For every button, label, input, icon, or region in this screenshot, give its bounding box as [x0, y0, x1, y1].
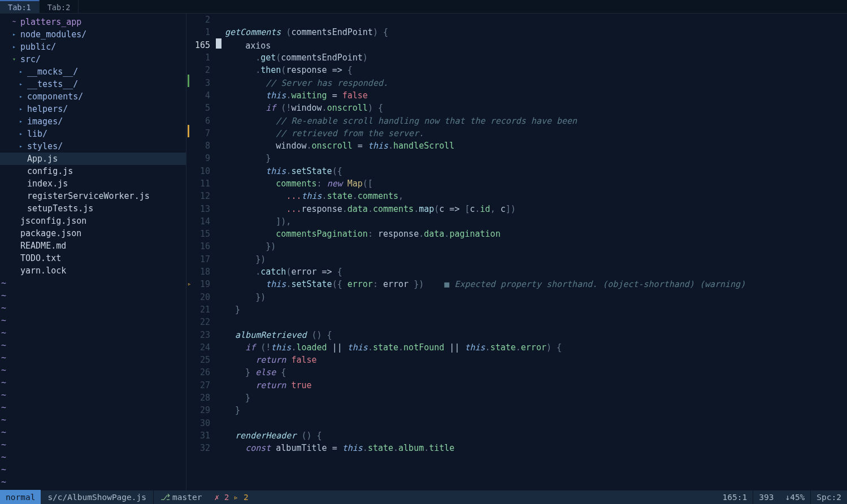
file-path: s/c/AlbumShowPage.js	[41, 491, 153, 503]
line-number: 9	[192, 152, 216, 164]
empty-line-marker: ~	[0, 426, 186, 438]
line-number: 15	[192, 228, 216, 240]
code-content: albumRetrieved () {	[216, 329, 332, 341]
tree-item-images-[interactable]: ▸images/	[0, 115, 186, 128]
code-content: const albumTitle = this.state.album.titl…	[216, 442, 454, 454]
tree-item-platters-app[interactable]: ~platters_app	[0, 16, 186, 28]
tree-item-todo-txt[interactable]: TODO.txt	[0, 252, 186, 264]
empty-line-marker: ~	[0, 401, 186, 414]
tree-label: styles/	[27, 140, 63, 153]
code-line[interactable]: 27 return true	[186, 379, 847, 392]
error-count: ✗ 2	[214, 491, 229, 503]
code-line[interactable]: 21 }	[186, 303, 847, 316]
empty-line-marker: ~	[0, 289, 186, 302]
code-line[interactable]: 22	[186, 316, 847, 328]
tab-2[interactable]: Tab:2	[40, 0, 79, 13]
code-line[interactable]: 18 .catch(error => {	[186, 266, 847, 278]
tree-label: __mocks__/	[27, 66, 78, 78]
code-line[interactable]: 11 comments: new Map([	[186, 177, 847, 190]
tree-item---mocks---[interactable]: ▸__mocks__/	[0, 66, 186, 78]
tree-item-styles-[interactable]: ▸styles/	[0, 140, 186, 153]
folder-closed-icon: ▸	[10, 41, 18, 53]
tree-label: components/	[27, 90, 83, 103]
code-line[interactable]: 5 if (!window.onscroll) {	[186, 102, 847, 114]
code-content: }	[216, 392, 250, 404]
code-line[interactable]: 26 } else {	[186, 366, 847, 379]
tree-item-components-[interactable]: ▸components/	[0, 90, 186, 103]
tree-label: __tests__/	[27, 78, 78, 90]
code-line[interactable]: 31 renderHeader () {	[186, 429, 847, 442]
code-line[interactable]: 24 if (!this.loaded || this.state.notFou…	[186, 341, 847, 354]
tree-item-public-[interactable]: ▸public/	[0, 41, 186, 53]
code-content: .then(response => {	[216, 64, 353, 76]
tree-label: setupTests.js	[27, 202, 93, 215]
branch-icon: ⎇	[160, 491, 170, 503]
code-line[interactable]: 165 axios	[186, 39, 847, 51]
code-line[interactable]: 10 this.setState({	[186, 165, 847, 177]
tree-item-index-js[interactable]: index.js	[0, 177, 186, 190]
line-number: 6	[192, 115, 216, 127]
code-line[interactable]: 29 }	[186, 404, 847, 416]
code-line[interactable]: 30	[186, 417, 847, 429]
tree-item---tests---[interactable]: ▸__tests__/	[0, 78, 186, 90]
tab-bar: Tab:1 Tab:2	[0, 0, 847, 14]
code-content: .get(commentsEndPoint)	[216, 51, 368, 64]
tree-item-node-modules-[interactable]: ▸node_modules/	[0, 28, 186, 41]
tree-item-registerserviceworker-js[interactable]: registerServiceWorker.js	[0, 190, 186, 202]
folder-closed-icon: ▸	[10, 28, 18, 41]
code-line[interactable]: 17 })	[186, 253, 847, 266]
mode-indicator: normal	[0, 490, 41, 504]
scroll-percent: ↓45%	[779, 491, 810, 503]
code-line[interactable]: 13 ...response.data.comments.map(c => [c…	[186, 202, 847, 215]
tree-item-src-[interactable]: ▾src/	[0, 53, 186, 66]
empty-line-marker: ~	[0, 327, 186, 339]
editor[interactable]: 21getComments (commentsEndPoint) {165 ax…	[186, 14, 847, 490]
code-line[interactable]: 20 })	[186, 291, 847, 303]
code-line[interactable]: 15 commentsPagination: response.data.pag…	[186, 228, 847, 240]
code-line[interactable]: 2	[186, 14, 847, 26]
tree-item-lib-[interactable]: ▸lib/	[0, 128, 186, 140]
tree-item-app-js[interactable]: App.js	[0, 153, 186, 165]
tree-item-yarn-lock[interactable]: yarn.lock	[0, 264, 186, 277]
tree-item-readme-md[interactable]: README.md	[0, 240, 186, 252]
tab-1[interactable]: Tab:1	[0, 0, 40, 13]
line-number: 16	[192, 240, 216, 253]
code-line[interactable]: 3 // Server has responded.	[186, 76, 847, 89]
tree-item-jsconfig-json[interactable]: jsconfig.json	[0, 215, 186, 227]
tree-item-helpers-[interactable]: ▸helpers/	[0, 103, 186, 115]
code-line[interactable]: ▹19 this.setState({ error: error }) ■ Ex…	[186, 278, 847, 290]
code-line[interactable]: 7 // retrieved from the server.	[186, 127, 847, 140]
tree-label: lib/	[27, 128, 47, 140]
line-number: 22	[192, 316, 216, 328]
tree-label: images/	[27, 115, 63, 128]
folder-closed-icon: ▸	[17, 90, 25, 103]
code-content: this.setState({ error: error }) ■ Expect…	[216, 278, 745, 290]
code-line[interactable]: 1 .get(commentsEndPoint)	[186, 51, 847, 64]
cursor	[216, 38, 221, 49]
empty-line-marker: ~	[0, 302, 186, 314]
code-line[interactable]: 23 albumRetrieved () {	[186, 328, 847, 341]
code-line[interactable]: 12 ...this.state.comments,	[186, 190, 847, 202]
line-number: 18	[192, 266, 216, 278]
code-line[interactable]: 32 const albumTitle = this.state.album.t…	[186, 442, 847, 454]
line-number: 25	[192, 354, 216, 366]
tree-item-package-json[interactable]: package.json	[0, 227, 186, 240]
code-line[interactable]: 2 .then(response => {	[186, 64, 847, 76]
code-line[interactable]: 1getComments (commentsEndPoint) {	[186, 26, 847, 38]
code-line[interactable]: 16 })	[186, 240, 847, 253]
code-content: ...response.data.comments.map(c => [c.id…	[216, 203, 516, 215]
sign-column	[186, 75, 192, 92]
code-line[interactable]: 6 // Re-enable scroll handling now that …	[186, 114, 847, 127]
code-line[interactable]: 9 }	[186, 152, 847, 164]
code-content: this.setState({	[216, 165, 342, 177]
code-line[interactable]: 4 this.waiting = false	[186, 89, 847, 102]
code-content	[216, 417, 225, 429]
code-content: renderHeader () {	[216, 429, 322, 442]
code-line[interactable]: 25 return false	[186, 354, 847, 366]
code-content: return true	[216, 379, 312, 392]
code-line[interactable]: 28 }	[186, 392, 847, 404]
tree-item-setuptests-js[interactable]: setupTests.js	[0, 202, 186, 215]
code-line[interactable]: 14 ]),	[186, 215, 847, 228]
tree-item-config-js[interactable]: config.js	[0, 165, 186, 177]
code-line[interactable]: 8 window.onscroll = this.handleScroll	[186, 140, 847, 152]
